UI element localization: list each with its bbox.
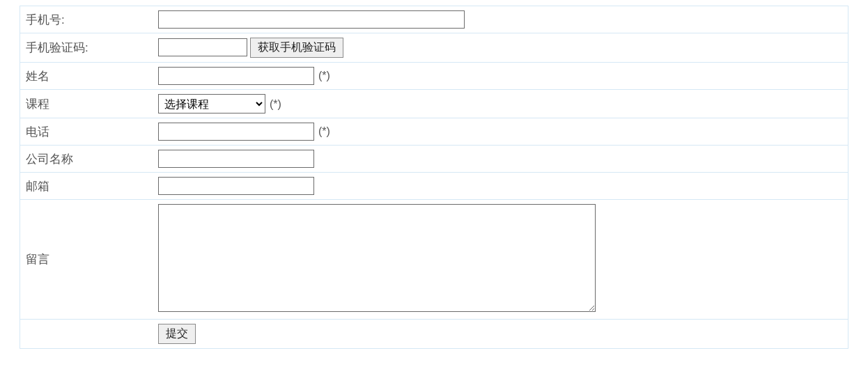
- name-input[interactable]: [158, 67, 314, 85]
- registration-form: 手机号: 手机验证码: 获取手机验证码 姓名 (*) 课程 选择课程 (*) 电…: [20, 6, 848, 349]
- row-name: 姓名 (*): [20, 63, 848, 90]
- required-mark-telephone: (*): [318, 125, 330, 137]
- row-company: 公司名称: [20, 146, 848, 173]
- label-name: 姓名: [20, 63, 153, 90]
- label-telephone: 电话: [20, 118, 153, 146]
- message-textarea[interactable]: [158, 204, 596, 312]
- phone-code-input[interactable]: [158, 38, 247, 56]
- phone-number-input[interactable]: [158, 10, 465, 29]
- label-submit-empty: [20, 320, 153, 349]
- row-phone-code: 手机验证码: 获取手机验证码: [20, 33, 848, 63]
- label-phone-number: 手机号:: [20, 6, 153, 33]
- label-company: 公司名称: [20, 146, 153, 173]
- row-submit: 提交: [20, 320, 848, 349]
- required-mark-name: (*): [318, 70, 330, 81]
- row-phone-number: 手机号:: [20, 6, 848, 33]
- label-course: 课程: [20, 90, 153, 118]
- label-email: 邮箱: [20, 173, 153, 200]
- row-course: 课程 选择课程 (*): [20, 90, 848, 118]
- row-telephone: 电话 (*): [20, 118, 848, 146]
- row-message: 留言: [20, 200, 848, 320]
- telephone-input[interactable]: [158, 123, 314, 141]
- required-mark-course: (*): [270, 98, 281, 110]
- email-input[interactable]: [158, 177, 314, 195]
- company-input[interactable]: [158, 150, 314, 168]
- label-phone-code: 手机验证码:: [20, 33, 153, 63]
- submit-button[interactable]: 提交: [158, 324, 196, 344]
- get-phone-code-button[interactable]: 获取手机验证码: [250, 38, 343, 58]
- course-select[interactable]: 选择课程: [158, 94, 265, 113]
- row-email: 邮箱: [20, 173, 848, 200]
- label-message: 留言: [20, 200, 153, 320]
